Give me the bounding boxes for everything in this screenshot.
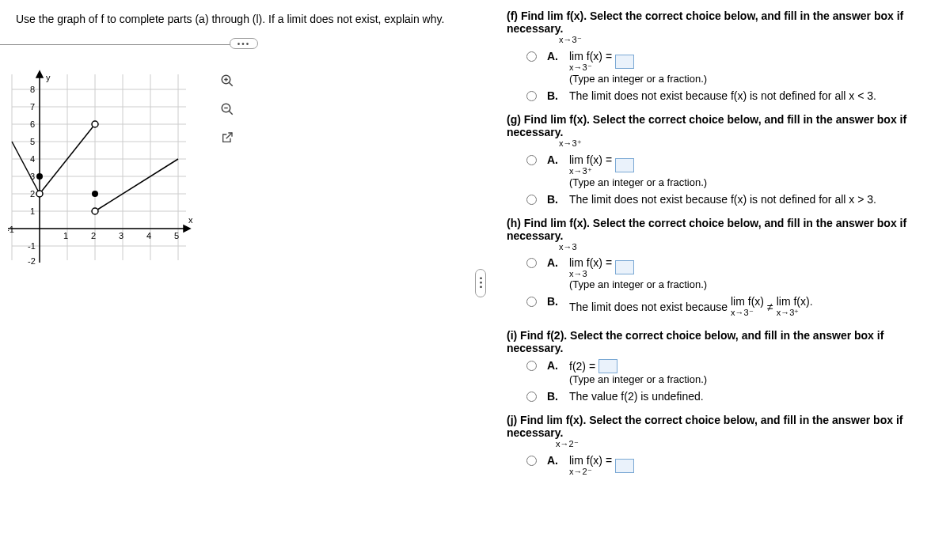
q-h-sub: x→3 xyxy=(559,242,934,252)
q-j-choice-a-radio[interactable] xyxy=(526,456,537,466)
divider xyxy=(0,44,253,45)
choice-label-a: A. xyxy=(547,50,561,62)
svg-text:4: 4 xyxy=(146,231,151,240)
q-g-b-text: The limit does not exist because f(x) is… xyxy=(569,193,934,206)
choice-label-a: A. xyxy=(547,359,561,372)
q-f-a-hint: (Type an integer or a fraction.) xyxy=(569,73,934,85)
svg-line-52 xyxy=(229,111,233,115)
q-f-choice-b-radio[interactable] xyxy=(526,91,537,101)
q-j-prompt: (j) Find lim f(x). Select the correct ch… xyxy=(507,414,902,439)
svg-text:-1: -1 xyxy=(28,241,36,251)
q-g-a-input[interactable] xyxy=(615,158,634,172)
instruction-text: Use the graph of f to complete parts (a)… xyxy=(16,13,459,25)
svg-text:7: 7 xyxy=(30,102,35,112)
q-f-b-text: The limit does not exist because f(x) is… xyxy=(569,89,934,102)
choice-label-b: B. xyxy=(547,89,561,102)
q-h-choice-a-radio[interactable] xyxy=(526,258,537,268)
svg-text:3: 3 xyxy=(119,231,124,240)
svg-line-41 xyxy=(95,159,178,211)
q-h-a-hint: (Type an integer or a fraction.) xyxy=(569,278,934,290)
q-h-a-sub: x→3 xyxy=(569,269,587,278)
q-j-a-input[interactable] xyxy=(615,459,634,473)
q-i-a-text: f(2) = xyxy=(569,360,595,373)
q-i-choice-a-radio[interactable] xyxy=(526,361,537,371)
zoom-out-icon[interactable] xyxy=(218,100,237,119)
svg-line-39 xyxy=(12,142,40,194)
q-h-choice-b-radio[interactable] xyxy=(526,297,537,307)
svg-point-42 xyxy=(36,191,43,197)
question-h: (h) Find lim f(x). Select the correct ch… xyxy=(507,217,934,318)
svg-text:y: y xyxy=(46,73,51,82)
svg-text:-1: -1 xyxy=(8,225,14,234)
q-h-b-lim2: lim f(x). xyxy=(777,295,813,308)
svg-marker-20 xyxy=(36,71,43,78)
question-j: (j) Find lim f(x). Select the correct ch… xyxy=(507,414,934,477)
svg-text:6: 6 xyxy=(30,119,35,129)
q-i-b-text: The value f(2) is undefined. xyxy=(569,390,934,403)
q-h-a-lim: lim f(x) = xyxy=(569,256,612,269)
q-g-a-sub: x→3⁺ xyxy=(569,166,592,176)
svg-text:2: 2 xyxy=(91,231,96,240)
q-h-b-sub1: x→3⁻ xyxy=(731,308,754,318)
q-g-choice-a-radio[interactable] xyxy=(526,155,537,165)
choice-label-a: A. xyxy=(547,454,561,467)
q-f-a-lim: lim f(x) = xyxy=(569,50,612,62)
question-i: (i) Find f(2). Select the correct choice… xyxy=(507,329,934,403)
choice-label-b: B. xyxy=(547,295,561,308)
svg-point-46 xyxy=(92,191,98,197)
q-h-b-ne: ≠ xyxy=(767,301,773,313)
choice-label-b: B. xyxy=(547,390,561,403)
svg-text:8: 8 xyxy=(30,85,35,94)
svg-line-48 xyxy=(229,82,233,86)
svg-text:4: 4 xyxy=(30,154,35,164)
q-i-choice-b-radio[interactable] xyxy=(526,392,537,402)
q-j-a-sub: x→2⁻ xyxy=(569,467,592,477)
svg-point-45 xyxy=(36,173,43,180)
svg-point-44 xyxy=(92,208,98,214)
choice-label-b: B. xyxy=(547,193,561,206)
q-h-b-sub2: x→3⁺ xyxy=(777,308,800,318)
question-g: (g) Find lim f(x). Select the correct ch… xyxy=(507,113,934,206)
q-f-choice-a-radio[interactable] xyxy=(526,51,537,62)
q-g-a-lim: lim f(x) = xyxy=(569,153,612,166)
q-h-a-input[interactable] xyxy=(615,260,634,274)
svg-text:5: 5 xyxy=(174,231,179,240)
q-i-prompt: (i) Find f(2). Select the correct choice… xyxy=(507,329,884,354)
q-f-a-input[interactable] xyxy=(615,55,634,69)
q-i-a-input[interactable] xyxy=(598,359,618,373)
zoom-in-icon[interactable] xyxy=(218,71,237,90)
svg-point-43 xyxy=(92,121,98,127)
q-j-a-lim: lim f(x) = xyxy=(569,454,612,467)
svg-text:-2: -2 xyxy=(28,256,36,264)
svg-marker-18 xyxy=(184,225,190,232)
q-g-sub: x→3⁺ xyxy=(559,138,934,149)
question-f: (f) Find lim f(x). Select the correct ch… xyxy=(507,9,934,102)
q-h-b-pre: The limit does not exist because xyxy=(569,301,728,313)
svg-text:x: x xyxy=(188,215,193,225)
q-i-a-hint: (Type an integer or a fraction.) xyxy=(569,373,934,385)
svg-text:5: 5 xyxy=(30,137,35,146)
q-g-a-hint: (Type an integer or a fraction.) xyxy=(569,176,934,188)
svg-text:1: 1 xyxy=(30,206,35,216)
q-f-prompt: (f) Find lim f(x). Select the correct ch… xyxy=(507,9,903,35)
q-f-a-sub: x→3⁻ xyxy=(569,62,592,73)
q-h-prompt: (h) Find lim f(x). Select the correct ch… xyxy=(507,217,906,242)
choice-label-a: A. xyxy=(547,153,561,166)
svg-text:2: 2 xyxy=(30,189,35,199)
more-horizontal-icon[interactable]: ••• xyxy=(230,38,258,49)
choice-label-a: A. xyxy=(547,256,561,269)
q-g-prompt: (g) Find lim f(x). Select the correct ch… xyxy=(507,113,906,138)
q-j-sub: x→2⁻ xyxy=(556,439,934,449)
q-h-b-lim1: lim f(x) xyxy=(731,295,764,308)
svg-text:1: 1 xyxy=(63,231,68,240)
graph: 1 2 3 4 5 -1 1 2 3 4 5 6 7 8 -1 -2 y x xyxy=(8,66,206,267)
q-g-choice-b-radio[interactable] xyxy=(526,195,537,205)
q-f-sub: x→3⁻ xyxy=(559,35,934,45)
open-external-icon[interactable] xyxy=(218,128,237,147)
